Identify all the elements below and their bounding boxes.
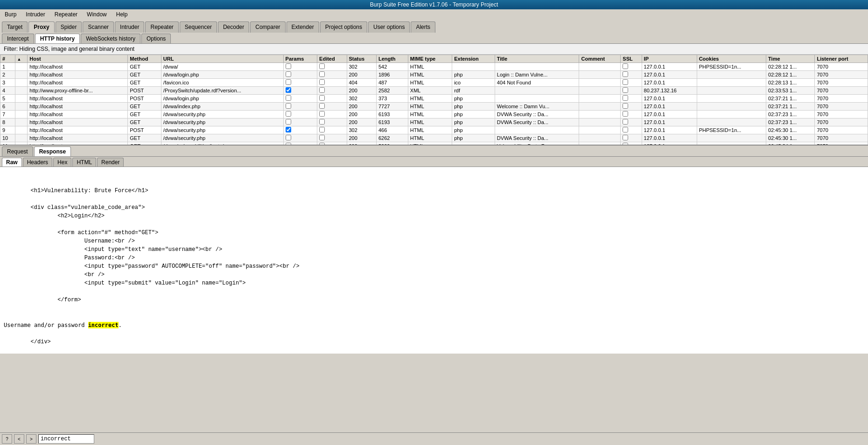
tab-headers[interactable]: Headers bbox=[23, 158, 52, 167]
menu-help[interactable]: Help bbox=[113, 10, 131, 19]
subtab-websockets-history[interactable]: WebSockets history bbox=[81, 34, 140, 43]
col-header-mime[interactable]: MIME type bbox=[408, 55, 452, 63]
col-header-num[interactable]: # bbox=[0, 55, 15, 63]
col-header-sort[interactable] bbox=[15, 55, 28, 63]
main-tab-bar: Target Proxy Spider Scanner Intruder Rep… bbox=[0, 20, 868, 33]
tab-user-options[interactable]: User options bbox=[368, 21, 410, 33]
menu-window[interactable]: Window bbox=[84, 10, 110, 19]
response-content: <h1>Vulnerability: Brute Force</h1> <div… bbox=[0, 167, 868, 354]
col-header-cookies[interactable]: Cookies bbox=[697, 55, 766, 63]
col-header-host[interactable]: Host bbox=[28, 55, 128, 63]
tab-intruder[interactable]: Intruder bbox=[115, 21, 144, 33]
col-header-time[interactable]: Time bbox=[766, 55, 815, 63]
col-header-status[interactable]: Status bbox=[347, 55, 376, 63]
col-header-port[interactable]: Listener port bbox=[815, 55, 868, 63]
table-row[interactable]: 3http://localhostGET/favicon.ico404487HT… bbox=[0, 79, 868, 87]
tab-project-options[interactable]: Project options bbox=[320, 21, 367, 33]
table-row[interactable]: 6http://localhostGET/dvwa/index.php20077… bbox=[0, 103, 868, 111]
tab-target[interactable]: Target bbox=[2, 21, 28, 33]
http-history-table: # Host Method URL Params Edited Status L… bbox=[0, 55, 868, 146]
response-view-tab-bar: Raw Headers Hex HTML Render bbox=[0, 157, 868, 167]
menu-repeater[interactable]: Repeater bbox=[52, 10, 80, 19]
col-header-edited[interactable]: Edited bbox=[317, 55, 347, 63]
req-res-tab-bar: Request Response bbox=[0, 146, 868, 157]
tab-alerts[interactable]: Alerts bbox=[411, 21, 435, 33]
tab-comparer[interactable]: Comparer bbox=[250, 21, 285, 33]
col-header-title[interactable]: Title bbox=[495, 55, 579, 63]
tab-scanner[interactable]: Scanner bbox=[83, 21, 114, 33]
table-row[interactable]: 9http://localhostPOST/dvwa/security.php3… bbox=[0, 126, 868, 134]
table-row[interactable]: 2http://localhostGET/dvwa/login.php20018… bbox=[0, 71, 868, 79]
title-text: Burp Suite Free Edition v1.7.06 - Tempor… bbox=[370, 1, 498, 8]
filter-text: Filter: Hiding CSS, image and general bi… bbox=[4, 46, 134, 52]
tab-hex[interactable]: Hex bbox=[53, 158, 71, 167]
table-row[interactable]: 4http://www.proxy-offline-br...POST/Prox… bbox=[0, 87, 868, 95]
tab-repeater[interactable]: Repeater bbox=[145, 21, 178, 33]
tab-spider[interactable]: Spider bbox=[56, 21, 82, 33]
col-header-length[interactable]: Length bbox=[376, 55, 408, 63]
highlighted-text: incorrect bbox=[88, 322, 119, 328]
col-header-method[interactable]: Method bbox=[128, 55, 161, 63]
subtab-options[interactable]: Options bbox=[141, 34, 171, 43]
tab-render[interactable]: Render bbox=[97, 158, 124, 167]
tab-response[interactable]: Response bbox=[34, 146, 71, 156]
tab-html[interactable]: HTML bbox=[72, 158, 96, 167]
subtab-intercept[interactable]: Intercept bbox=[2, 34, 34, 43]
table-row[interactable]: 11http://localhostGET/dvwa/vulnerabiliti… bbox=[0, 142, 868, 146]
table-row[interactable]: 8http://localhostGET/dvwa/security.php20… bbox=[0, 118, 868, 126]
col-header-url[interactable]: URL bbox=[161, 55, 283, 63]
tab-decoder[interactable]: Decoder bbox=[218, 21, 249, 33]
tab-request[interactable]: Request bbox=[2, 146, 33, 156]
menu-bar: Burp Intruder Repeater Window Help bbox=[0, 9, 868, 20]
col-header-ssl[interactable]: SSL bbox=[621, 55, 642, 63]
tab-sequencer[interactable]: Sequencer bbox=[180, 21, 217, 33]
filter-bar[interactable]: Filter: Hiding CSS, image and general bi… bbox=[0, 44, 868, 55]
tab-proxy[interactable]: Proxy bbox=[28, 21, 54, 33]
subtab-http-history[interactable]: HTTP history bbox=[35, 34, 80, 43]
table-row[interactable]: 10http://localhostGET/dvwa/security.php2… bbox=[0, 134, 868, 142]
col-header-ip[interactable]: IP bbox=[642, 55, 697, 63]
sub-tab-bar: Intercept HTTP history WebSockets histor… bbox=[0, 33, 868, 44]
title-bar: Burp Suite Free Edition v1.7.06 - Tempor… bbox=[0, 0, 868, 9]
tab-extender[interactable]: Extender bbox=[287, 21, 319, 33]
menu-burp[interactable]: Burp bbox=[2, 10, 19, 19]
table-row[interactable]: 1http://localhostGET/dvwa/302542HTML127.… bbox=[0, 63, 868, 71]
tab-raw[interactable]: Raw bbox=[2, 158, 22, 167]
table-row[interactable]: 7http://localhostGET/dvwa/security.php20… bbox=[0, 111, 868, 118]
menu-intruder[interactable]: Intruder bbox=[23, 10, 48, 19]
col-header-ext[interactable]: Extension bbox=[452, 55, 495, 63]
col-header-comment[interactable]: Comment bbox=[579, 55, 621, 63]
http-table-container: # Host Method URL Params Edited Status L… bbox=[0, 55, 868, 146]
table-row[interactable]: 5http://localhostPOST/dvwa/login.php3023… bbox=[0, 95, 868, 103]
col-header-params[interactable]: Params bbox=[283, 55, 317, 63]
